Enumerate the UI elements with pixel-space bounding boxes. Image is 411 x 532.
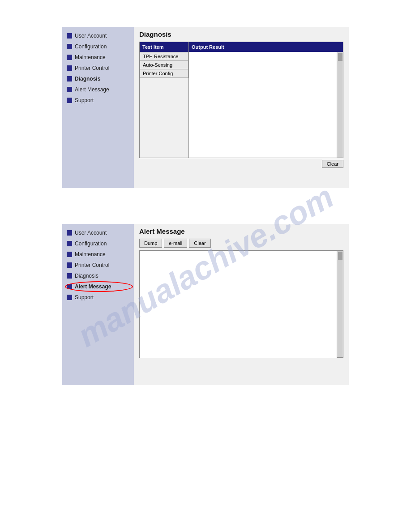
- alert-text-container: [139, 250, 343, 358]
- output-result-body: [189, 52, 343, 158]
- sidebar-item-configuration-1[interactable]: Configuration: [62, 41, 134, 52]
- test-item-header: Test Item: [140, 42, 188, 52]
- sidebar-item-support-2[interactable]: Support: [62, 292, 134, 303]
- nav-icon-6: [67, 87, 72, 92]
- output-result-header: Output Result: [189, 42, 343, 52]
- nav-icon2-7: [67, 295, 72, 300]
- diagnosis-content: Diagnosis Test Item TPH Resistance Auto-…: [134, 27, 349, 188]
- nav-icon2-5: [67, 273, 72, 279]
- nav-icon2-2: [67, 241, 72, 246]
- printer-config-btn[interactable]: Printer Config: [140, 69, 188, 78]
- diagnosis-table: Test Item TPH Resistance Auto-Sensing Pr…: [139, 42, 343, 158]
- sidebar-item-user-account-1[interactable]: User Account: [62, 30, 134, 41]
- diagnosis-title: Diagnosis: [139, 30, 343, 38]
- scrollbar-thumb-2: [338, 252, 342, 260]
- sidebar-item-printer-control-2[interactable]: Printer Control: [62, 260, 134, 270]
- test-item-column: Test Item TPH Resistance Auto-Sensing Pr…: [140, 42, 189, 158]
- sidebar-item-diagnosis-1[interactable]: Diagnosis: [62, 73, 134, 84]
- diagnosis-clear-btn[interactable]: Clear: [322, 160, 343, 168]
- page-container: User Account Configuration Maintenance P…: [0, 0, 411, 412]
- alert-buttons-row: Dump e-mail Clear: [139, 239, 343, 248]
- sidebar-item-diagnosis-2[interactable]: Diagnosis: [62, 270, 134, 281]
- output-result-column: Output Result: [189, 42, 343, 158]
- nav-icon-7: [67, 98, 72, 103]
- sidebar-item-printer-control-1[interactable]: Printer Control: [62, 63, 134, 73]
- sidebar-item-support-1[interactable]: Support: [62, 95, 134, 106]
- sidebar-item-configuration-2[interactable]: Configuration: [62, 238, 134, 249]
- panel-diagnosis: User Account Configuration Maintenance P…: [62, 27, 349, 188]
- alert-content: Alert Message Dump e-mail Clear: [134, 224, 349, 385]
- sidebar-item-maintenance-2[interactable]: Maintenance: [62, 249, 134, 260]
- nav-icon2-1: [67, 230, 72, 236]
- alert-scrollbar[interactable]: [337, 251, 343, 357]
- email-button[interactable]: e-mail: [164, 239, 187, 248]
- tph-resistance-btn[interactable]: TPH Resistance: [140, 52, 188, 60]
- nav-icon2-4: [67, 262, 72, 268]
- sidebar-1: User Account Configuration Maintenance P…: [62, 27, 134, 188]
- nav-icon-1: [67, 33, 72, 39]
- nav-icon-4: [67, 65, 72, 71]
- sidebar-item-alert-message-2[interactable]: Alert Message: [62, 281, 134, 292]
- nav-icon-5: [67, 76, 72, 82]
- output-result-content: [189, 52, 337, 158]
- auto-sensing-btn[interactable]: Auto-Sensing: [140, 60, 188, 69]
- nav-icon2-3: [67, 252, 72, 257]
- alert-textarea[interactable]: [140, 251, 337, 358]
- alert-title: Alert Message: [139, 227, 343, 235]
- sidebar-item-alert-message-1[interactable]: Alert Message: [62, 84, 134, 95]
- nav-icon-2: [67, 44, 72, 49]
- alert-clear-button[interactable]: Clear: [189, 239, 210, 248]
- dump-button[interactable]: Dump: [139, 239, 162, 248]
- nav-icon2-6: [67, 284, 72, 289]
- sidebar-2: User Account Configuration Maintenance P…: [62, 224, 134, 385]
- panel-alert: User Account Configuration Maintenance P…: [62, 224, 349, 385]
- nav-icon-3: [67, 55, 72, 60]
- clear-btn-row: Clear: [139, 160, 343, 168]
- sidebar-item-maintenance-1[interactable]: Maintenance: [62, 52, 134, 63]
- sidebar-item-user-account-2[interactable]: User Account: [62, 227, 134, 238]
- output-scrollbar[interactable]: [337, 52, 343, 158]
- scrollbar-thumb-1: [338, 53, 342, 61]
